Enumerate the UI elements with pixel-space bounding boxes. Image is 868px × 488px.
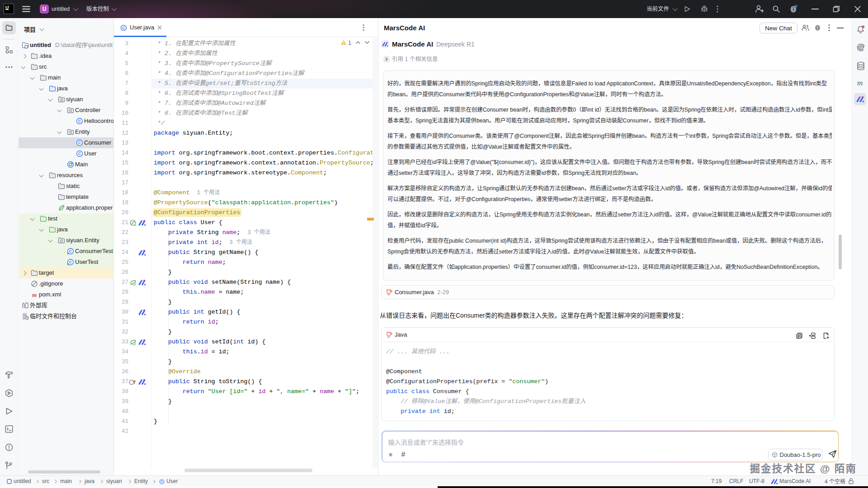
svg-text:C: C: [122, 26, 125, 30]
svg-text:C: C: [78, 151, 81, 156]
svg-text:C: C: [161, 480, 163, 483]
svg-text:C: C: [69, 249, 72, 253]
svg-text:m: m: [32, 291, 37, 298]
svg-text:C: C: [69, 260, 72, 264]
svg-text:C: C: [78, 119, 81, 123]
svg-text:C: C: [78, 141, 81, 145]
